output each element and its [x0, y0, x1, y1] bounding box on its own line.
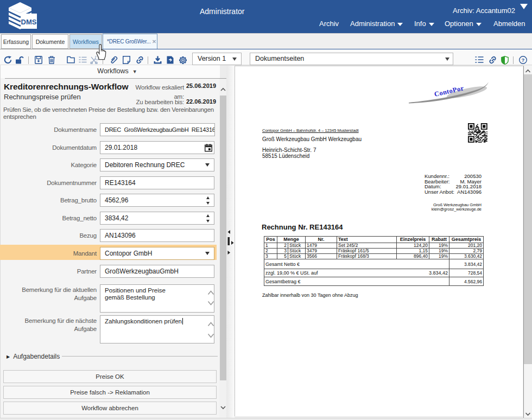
svg-text:DMS: DMS [21, 18, 37, 26]
svg-text:?: ? [522, 57, 525, 63]
